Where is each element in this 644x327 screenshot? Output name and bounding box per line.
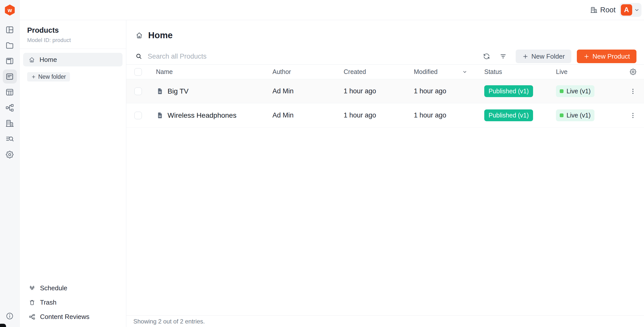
plus-icon bbox=[583, 53, 590, 60]
new-folder-button[interactable]: New Folder bbox=[516, 50, 571, 63]
refresh-button[interactable] bbox=[481, 51, 492, 61]
account-menu[interactable]: A bbox=[620, 3, 641, 17]
sidebar-item-home[interactable]: Home bbox=[23, 53, 123, 66]
entry-created: 1 hour ago bbox=[344, 111, 414, 119]
filter-button[interactable] bbox=[498, 51, 508, 61]
sort-chevron-down-icon bbox=[462, 69, 468, 75]
search-icon bbox=[135, 53, 142, 60]
tooltip-corner-artifact bbox=[0, 324, 6, 327]
main-content: Home New Folder New Product bbox=[126, 20, 644, 327]
model-title: Products bbox=[27, 26, 118, 34]
tenant-selector[interactable]: Root bbox=[590, 6, 616, 14]
content-entries-icon[interactable] bbox=[3, 69, 17, 84]
home-icon bbox=[135, 31, 143, 39]
info-icon[interactable] bbox=[4, 310, 16, 322]
entry-name: Wireless Headphones bbox=[168, 111, 236, 119]
plus-icon bbox=[522, 53, 529, 60]
svg-text:w: w bbox=[7, 7, 12, 13]
table-row[interactable]: Big TV Ad Min 1 hour ago 1 hour ago Publ… bbox=[126, 79, 644, 103]
sidebar-item-content-reviews[interactable]: Content Reviews bbox=[20, 310, 126, 324]
column-header-live[interactable]: Live bbox=[556, 68, 619, 75]
sidebar-item-schedule[interactable]: Schedule bbox=[20, 281, 126, 295]
new-product-button[interactable]: New Product bbox=[577, 50, 636, 63]
plus-icon bbox=[31, 74, 36, 79]
sidebar-new-folder-button[interactable]: New folder bbox=[27, 72, 70, 81]
file-icon bbox=[156, 111, 164, 119]
table-footer: Showing 2 out of 2 entries. bbox=[126, 315, 644, 327]
search-input[interactable] bbox=[148, 53, 324, 60]
live-badge: Live (v1) bbox=[556, 109, 594, 121]
pages-icon[interactable] bbox=[3, 54, 17, 68]
entry-author: Ad Min bbox=[272, 111, 344, 119]
workflow-icon[interactable] bbox=[3, 101, 17, 115]
sidebar-header: Products Model ID: product bbox=[20, 20, 126, 49]
page-header: Home bbox=[126, 20, 644, 50]
row-checkbox[interactable] bbox=[134, 88, 142, 95]
entry-modified: 1 hour ago bbox=[414, 111, 484, 119]
live-badge: Live (v1) bbox=[556, 85, 594, 97]
select-all-checkbox[interactable] bbox=[134, 68, 142, 76]
audit-logs-search-icon[interactable] bbox=[3, 132, 17, 146]
webiny-logo[interactable]: w bbox=[5, 4, 15, 16]
rail-nav bbox=[3, 20, 17, 161]
page-title: Home bbox=[148, 30, 173, 40]
file-icon bbox=[156, 87, 164, 95]
top-bar: Root A bbox=[20, 0, 644, 20]
column-header-created[interactable]: Created bbox=[344, 68, 414, 75]
live-dot bbox=[560, 113, 564, 117]
chevron-down-icon bbox=[634, 7, 640, 13]
broadcast-icon bbox=[29, 285, 35, 292]
table-empty-space bbox=[126, 128, 644, 315]
tenant-label: Root bbox=[600, 6, 616, 14]
entry-author: Ad Min bbox=[272, 87, 344, 95]
status-badge: Published (v1) bbox=[484, 109, 533, 121]
table-icon[interactable] bbox=[3, 85, 17, 99]
table-header: Name Author Created Modified Status Live bbox=[126, 65, 644, 79]
column-header-author[interactable]: Author bbox=[272, 68, 344, 75]
live-dot bbox=[560, 89, 564, 93]
model-sidebar: Products Model ID: product Home New fold… bbox=[20, 20, 126, 327]
row-actions-kebab-icon[interactable] bbox=[628, 110, 638, 120]
trash-icon bbox=[29, 299, 35, 306]
dashboard-icon[interactable] bbox=[3, 23, 17, 37]
table-settings-gear-icon[interactable] bbox=[628, 67, 638, 77]
folder-icon[interactable] bbox=[3, 38, 17, 52]
app-rail: w bbox=[0, 0, 20, 327]
entries-summary: Showing 2 out of 2 entries. bbox=[133, 318, 205, 325]
row-actions-kebab-icon[interactable] bbox=[628, 86, 638, 96]
model-id: Model ID: product bbox=[27, 37, 118, 44]
sidebar-home-label: Home bbox=[39, 56, 57, 64]
column-header-modified[interactable]: Modified bbox=[414, 68, 484, 75]
entry-created: 1 hour ago bbox=[344, 87, 414, 95]
column-header-status[interactable]: Status bbox=[484, 68, 556, 75]
entry-name: Big TV bbox=[168, 87, 189, 95]
tenants-building-icon[interactable] bbox=[3, 116, 17, 130]
settings-gear-icon[interactable] bbox=[3, 147, 17, 161]
workflow-icon bbox=[29, 313, 35, 320]
column-header-name[interactable]: Name bbox=[156, 68, 272, 75]
entry-modified: 1 hour ago bbox=[414, 87, 484, 95]
status-badge: Published (v1) bbox=[484, 85, 533, 97]
home-icon bbox=[28, 56, 35, 63]
table-row[interactable]: Wireless Headphones Ad Min 1 hour ago 1 … bbox=[126, 103, 644, 128]
toolbar: New Folder New Product bbox=[126, 50, 644, 65]
sidebar-footer: Schedule Trash Content Reviews bbox=[20, 281, 126, 327]
row-checkbox[interactable] bbox=[134, 112, 142, 119]
tenant-building-icon bbox=[590, 6, 598, 14]
avatar: A bbox=[621, 4, 632, 16]
sidebar-item-trash[interactable]: Trash bbox=[20, 295, 126, 310]
